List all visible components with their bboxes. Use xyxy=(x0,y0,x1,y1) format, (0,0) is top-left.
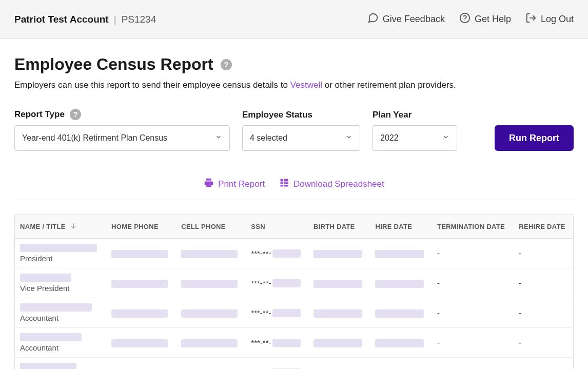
redacted-name xyxy=(20,333,82,341)
redacted-name xyxy=(20,244,97,252)
filters-row: Report Type ? Year-end 401(k) Retirment … xyxy=(14,109,574,151)
download-label: Download Spreadsheet xyxy=(293,179,384,189)
report-type-group: Report Type ? Year-end 401(k) Retirment … xyxy=(14,109,230,151)
help-circle-icon xyxy=(459,12,471,26)
table-header: NAME / TITLE HOME PHONE CELL PHONE SSN B… xyxy=(15,215,574,239)
logout-button[interactable]: Log Out xyxy=(525,12,574,26)
redacted-home-phone xyxy=(111,250,168,258)
redacted-cell-phone xyxy=(181,250,238,258)
vestwell-link[interactable]: Vestwell xyxy=(290,80,322,90)
employee-status-label: Employee Status xyxy=(242,110,360,120)
th-name[interactable]: NAME / TITLE xyxy=(15,215,107,239)
redacted-cell-phone xyxy=(181,280,238,288)
census-table: NAME / TITLE HOME PHONE CELL PHONE SSN B… xyxy=(14,215,574,369)
feedback-label: Give Feedback xyxy=(383,14,445,25)
report-type-label: Report Type xyxy=(14,109,65,120)
th-ssn[interactable]: SSN xyxy=(246,215,308,239)
employee-status-select[interactable]: 4 selected xyxy=(242,125,360,151)
page-title-row: Employee Census Report ? xyxy=(14,55,574,74)
term-date-value: - xyxy=(437,249,440,258)
help-label: Get Help xyxy=(475,14,511,25)
redacted-name xyxy=(20,274,71,282)
svg-rect-3 xyxy=(280,182,283,184)
redacted-ssn-tail xyxy=(272,249,301,258)
sort-down-icon xyxy=(70,222,77,231)
account-id: PS1234 xyxy=(122,14,156,25)
report-type-select[interactable]: Year-end 401(k) Retirment Plan Census xyxy=(14,125,230,151)
employee-title: Vice President xyxy=(20,284,101,293)
svg-rect-2 xyxy=(280,179,283,182)
plan-year-value: 2022 xyxy=(380,133,399,143)
th-rehire-date[interactable]: REHIRE DATE xyxy=(514,215,573,239)
redacted-cell-phone xyxy=(181,309,238,318)
table-row: Accountant***-**--- xyxy=(15,298,574,328)
table-row: Accountant***-**--- xyxy=(15,328,574,358)
table-actions: Print Report Download Spreadsheet xyxy=(14,176,574,200)
plan-year-select[interactable]: 2022 xyxy=(373,125,457,151)
th-home-phone[interactable]: HOME PHONE xyxy=(106,215,176,239)
ssn-mask: ***-**- xyxy=(251,308,271,317)
redacted-ssn-tail xyxy=(272,339,301,347)
redacted-cell-phone xyxy=(181,339,238,347)
print-label: Print Report xyxy=(218,179,265,189)
page-title: Employee Census Report xyxy=(14,55,213,74)
table-row: President***-**--- xyxy=(15,239,574,268)
header-actions: Give Feedback Get Help Log Out xyxy=(367,12,574,26)
account-name: Patriot Test Account xyxy=(14,14,109,25)
plan-year-group: Plan Year 2022 xyxy=(373,110,457,151)
term-date-value: - xyxy=(437,308,440,317)
desc-after: or other retirement plan providers. xyxy=(322,80,456,90)
table-row: Vice President***-**--- xyxy=(15,268,574,298)
get-help-button[interactable]: Get Help xyxy=(459,12,511,26)
redacted-birth-date xyxy=(313,309,362,318)
redacted-birth-date xyxy=(313,339,362,347)
svg-point-1 xyxy=(464,20,465,21)
rehire-date-value: - xyxy=(519,249,521,258)
svg-rect-4 xyxy=(280,185,283,186)
employee-status-group: Employee Status 4 selected xyxy=(242,110,360,151)
report-type-value: Year-end 401(k) Retirment Plan Census xyxy=(22,133,167,143)
rehire-date-value: - xyxy=(519,338,521,347)
redacted-home-phone xyxy=(111,280,168,288)
redacted-home-phone xyxy=(111,339,168,347)
ssn-mask: ***-**- xyxy=(251,279,271,287)
redacted-hire-date xyxy=(375,250,424,258)
chat-icon xyxy=(367,12,379,26)
run-report-button[interactable]: Run Report xyxy=(495,125,574,151)
chevron-down-icon xyxy=(345,133,352,143)
employee-title: Accountant xyxy=(20,314,101,322)
table-row: Accountant***-**-- xyxy=(15,358,574,370)
logout-label: Log Out xyxy=(541,14,574,25)
th-birth-date[interactable]: BIRTH DATE xyxy=(308,215,370,239)
ssn-mask: ***-**- xyxy=(251,249,271,258)
chevron-down-icon xyxy=(215,133,222,143)
redacted-name xyxy=(20,303,92,312)
svg-rect-6 xyxy=(284,182,288,184)
svg-rect-5 xyxy=(284,179,288,182)
term-date-value: - xyxy=(437,279,440,287)
give-feedback-button[interactable]: Give Feedback xyxy=(367,12,445,26)
app-header: Patriot Test Account | PS1234 Give Feedb… xyxy=(0,0,588,39)
employee-status-value: 4 selected xyxy=(250,133,287,143)
download-spreadsheet-button[interactable]: Download Spreadsheet xyxy=(279,178,384,190)
th-cell-phone[interactable]: CELL PHONE xyxy=(176,215,246,239)
report-type-help-icon[interactable]: ? xyxy=(70,109,81,120)
th-term-date[interactable]: TERMINATION DATE xyxy=(432,215,514,239)
employee-title: Accountant xyxy=(20,343,101,352)
redacted-name xyxy=(20,363,76,369)
rehire-date-value: - xyxy=(519,279,521,287)
plan-year-label: Plan Year xyxy=(373,110,457,120)
redacted-home-phone xyxy=(111,309,168,318)
redacted-ssn-tail xyxy=(272,309,301,317)
term-date-value: - xyxy=(437,338,440,347)
title-help-icon[interactable]: ? xyxy=(221,59,232,70)
redacted-hire-date xyxy=(375,339,424,347)
th-hire-date[interactable]: HIRE DATE xyxy=(370,215,432,239)
print-report-button[interactable]: Print Report xyxy=(204,178,265,190)
rehire-date-value: - xyxy=(519,308,521,317)
ssn-mask: ***-**- xyxy=(251,338,271,347)
desc-before: Employers can use this report to send th… xyxy=(14,80,290,90)
redacted-ssn-tail xyxy=(272,279,301,287)
print-icon xyxy=(204,178,214,190)
spreadsheet-icon xyxy=(279,178,289,190)
